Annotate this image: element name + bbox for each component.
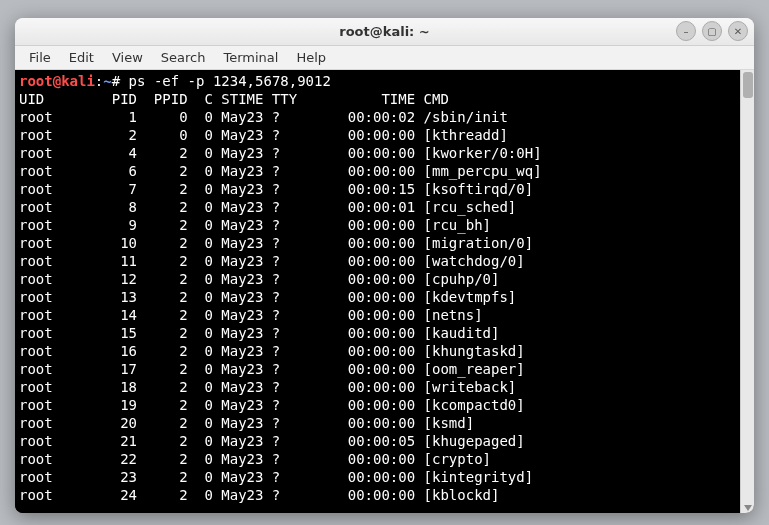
ps-row: root 9 2 0 May23 ? 00:00:00 [rcu_bh]	[19, 217, 491, 233]
ps-row: root 18 2 0 May23 ? 00:00:00 [writeback]	[19, 379, 516, 395]
ps-row: root 21 2 0 May23 ? 00:00:05 [khugepaged…	[19, 433, 525, 449]
prompt-hash: #	[112, 73, 120, 89]
ps-row: root 16 2 0 May23 ? 00:00:00 [khungtaskd…	[19, 343, 525, 359]
ps-row: root 22 2 0 May23 ? 00:00:00 [crypto]	[19, 451, 491, 467]
scroll-thumb[interactable]	[743, 72, 753, 98]
maximize-button[interactable]: ▢	[702, 21, 722, 41]
prompt-user: root@kali	[19, 73, 95, 89]
ps-row: root 7 2 0 May23 ? 00:00:15 [ksoftirqd/0…	[19, 181, 533, 197]
window-title: root@kali: ~	[339, 24, 429, 39]
menu-help[interactable]: Help	[288, 48, 334, 67]
terminal-window: root@kali: ~ – ▢ ✕ File Edit View Search…	[15, 18, 754, 513]
terminal-area: root@kali:~# ps -ef -p 1234,5678,9012 UI…	[15, 70, 754, 513]
ps-row: root 11 2 0 May23 ? 00:00:00 [watchdog/0…	[19, 253, 525, 269]
ps-header: UID PID PPID C STIME TTY TIME CMD	[19, 91, 449, 107]
ps-row: root 12 2 0 May23 ? 00:00:00 [cpuhp/0]	[19, 271, 499, 287]
ps-row: root 2 0 0 May23 ? 00:00:00 [kthreadd]	[19, 127, 508, 143]
menu-terminal[interactable]: Terminal	[215, 48, 286, 67]
ps-row: root 13 2 0 May23 ? 00:00:00 [kdevtmpfs]	[19, 289, 516, 305]
close-button[interactable]: ✕	[728, 21, 748, 41]
ps-row: root 1 0 0 May23 ? 00:00:02 /sbin/init	[19, 109, 508, 125]
ps-row: root 4 2 0 May23 ? 00:00:00 [kworker/0:0…	[19, 145, 542, 161]
minimize-button[interactable]: –	[676, 21, 696, 41]
prompt-path: ~	[103, 73, 111, 89]
ps-row: root 14 2 0 May23 ? 00:00:00 [netns]	[19, 307, 483, 323]
scrollbar[interactable]	[740, 70, 754, 513]
menu-search[interactable]: Search	[153, 48, 214, 67]
maximize-icon: ▢	[707, 26, 716, 37]
ps-row: root 10 2 0 May23 ? 00:00:00 [migration/…	[19, 235, 533, 251]
ps-row: root 17 2 0 May23 ? 00:00:00 [oom_reaper…	[19, 361, 525, 377]
minimize-icon: –	[684, 26, 689, 37]
ps-row: root 24 2 0 May23 ? 00:00:00 [kblockd]	[19, 487, 499, 503]
ps-row: root 20 2 0 May23 ? 00:00:00 [ksmd]	[19, 415, 474, 431]
window-controls: – ▢ ✕	[676, 21, 748, 41]
ps-row: root 23 2 0 May23 ? 00:00:00 [kintegrity…	[19, 469, 533, 485]
ps-row: root 15 2 0 May23 ? 00:00:00 [kauditd]	[19, 325, 499, 341]
titlebar[interactable]: root@kali: ~ – ▢ ✕	[15, 18, 754, 46]
command-text: ps -ef -p 1234,5678,9012	[129, 73, 331, 89]
ps-row: root 8 2 0 May23 ? 00:00:01 [rcu_sched]	[19, 199, 516, 215]
menu-file[interactable]: File	[21, 48, 59, 67]
ps-row: root 19 2 0 May23 ? 00:00:00 [kcompactd0…	[19, 397, 525, 413]
menu-view[interactable]: View	[104, 48, 151, 67]
menu-edit[interactable]: Edit	[61, 48, 102, 67]
scroll-down-icon[interactable]	[744, 505, 752, 511]
close-icon: ✕	[734, 26, 742, 37]
terminal-output[interactable]: root@kali:~# ps -ef -p 1234,5678,9012 UI…	[15, 70, 740, 513]
menubar: File Edit View Search Terminal Help	[15, 46, 754, 70]
ps-row: root 6 2 0 May23 ? 00:00:00 [mm_percpu_w…	[19, 163, 542, 179]
